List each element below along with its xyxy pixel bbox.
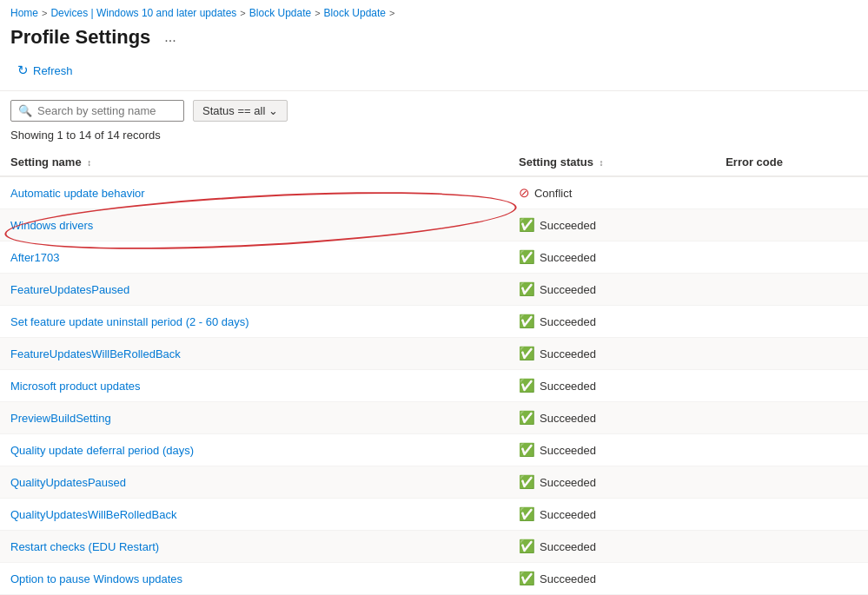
success-icon: ✅ [519, 281, 535, 297]
refresh-button[interactable]: ↻ Refresh [10, 59, 80, 82]
setting-name-link[interactable]: PreviewBuildSetting [10, 412, 111, 425]
breadcrumb-sep-3: > [315, 8, 320, 18]
col-setting-name[interactable]: Setting name ↕ [0, 149, 508, 176]
ellipsis-button[interactable]: ... [159, 28, 181, 47]
setting-status-cell: ⊘Conflict [508, 176, 715, 209]
setting-name-link[interactable]: FeatureUpdatesWillBeRolledBack [10, 347, 181, 360]
search-input[interactable] [37, 104, 176, 117]
setting-status-cell: ✅Succeeded [508, 499, 715, 531]
page-title: Profile Settings [10, 26, 150, 49]
success-icon: ✅ [519, 442, 535, 458]
success-icon: ✅ [519, 314, 535, 329]
success-icon: ✅ [519, 474, 535, 490]
status-text: Succeeded [540, 508, 596, 521]
setting-name-link[interactable]: FeatureUpdatesPaused [10, 283, 129, 296]
table-row: Restart checks (EDU Restart)✅Succeeded [0, 531, 868, 563]
table-row: Option to pause Windows updates✅Succeede… [0, 563, 868, 595]
error-code-cell [715, 402, 868, 434]
sort-icon-status: ↕ [600, 158, 604, 168]
status-text: Succeeded [540, 219, 596, 232]
setting-name-cell: QualityUpdatesWillBeRolledBack [0, 499, 508, 531]
error-code-cell [715, 466, 868, 499]
table-row: Windows drivers✅Succeeded [0, 209, 868, 241]
breadcrumb: Home > Devices | Windows 10 and later up… [0, 0, 868, 23]
settings-table: Setting name ↕ Setting status ↕ Error co… [0, 149, 868, 595]
setting-status-cell: ✅Succeeded [508, 434, 715, 466]
error-code-cell [715, 434, 868, 466]
setting-name-link[interactable]: Quality update deferral period (days) [10, 444, 194, 457]
col-setting-status[interactable]: Setting status ↕ [508, 149, 715, 176]
error-code-cell [715, 176, 868, 209]
breadcrumb-sep-2: > [240, 8, 245, 18]
error-code-cell [715, 499, 868, 531]
setting-name-cell: Option to pause Windows updates [0, 563, 508, 595]
table-row: Set feature update uninstall period (2 -… [0, 306, 868, 338]
status-filter[interactable]: Status == all ⌄ [193, 100, 288, 122]
table-header-row: Setting name ↕ Setting status ↕ Error co… [0, 149, 868, 176]
status-text: Succeeded [540, 540, 596, 553]
setting-name-link[interactable]: Microsoft product updates [10, 380, 141, 393]
success-icon: ✅ [519, 571, 535, 586]
status-text: Succeeded [540, 283, 596, 296]
error-code-cell [715, 338, 868, 370]
toolbar: ↻ Refresh [0, 54, 868, 91]
table-row: Automatic update behavior⊘Conflict [0, 176, 868, 209]
setting-name-cell: Windows drivers [0, 209, 508, 241]
error-code-cell [715, 563, 868, 595]
refresh-label: Refresh [33, 64, 73, 77]
setting-status-cell: ✅Succeeded [508, 466, 715, 499]
success-icon: ✅ [519, 249, 535, 265]
success-icon: ✅ [519, 217, 535, 233]
table-row: Microsoft product updates✅Succeeded [0, 370, 868, 402]
status-text: Succeeded [540, 572, 596, 585]
status-text: Succeeded [540, 251, 596, 264]
error-code-cell [715, 531, 868, 563]
status-filter-chevron-icon: ⌄ [268, 104, 278, 117]
status-text: Succeeded [540, 444, 596, 457]
setting-status-cell: ✅Succeeded [508, 241, 715, 274]
success-icon: ✅ [519, 378, 535, 393]
setting-name-link[interactable]: Windows drivers [10, 219, 93, 232]
table-row: QualityUpdatesWillBeRolledBack✅Succeeded [0, 499, 868, 531]
header-row: Profile Settings ... [0, 23, 868, 54]
success-icon: ✅ [519, 506, 535, 522]
refresh-icon: ↻ [17, 63, 29, 78]
status-text: Succeeded [540, 347, 596, 360]
setting-status-cell: ✅Succeeded [508, 306, 715, 338]
breadcrumb-block-update-2[interactable]: Block Update [324, 7, 386, 19]
setting-status-cell: ✅Succeeded [508, 370, 715, 402]
breadcrumb-sep-4: > [389, 8, 394, 18]
setting-name-link[interactable]: Set feature update uninstall period (2 -… [10, 315, 249, 328]
status-text: Succeeded [540, 476, 596, 489]
breadcrumb-sep-1: > [42, 8, 47, 18]
setting-status-cell: ✅Succeeded [508, 338, 715, 370]
setting-status-cell: ✅Succeeded [508, 402, 715, 434]
setting-status-cell: ✅Succeeded [508, 209, 715, 241]
record-count: Showing 1 to 14 of 14 records [0, 127, 868, 149]
setting-name-link[interactable]: Automatic update behavior [10, 187, 145, 200]
table-row: Quality update deferral period (days)✅Su… [0, 434, 868, 466]
error-code-cell [715, 370, 868, 402]
table-row: FeatureUpdatesWillBeRolledBack✅Succeeded [0, 338, 868, 370]
setting-name-cell: PreviewBuildSetting [0, 402, 508, 434]
search-box[interactable]: 🔍 [10, 100, 184, 122]
success-icon: ✅ [519, 539, 535, 554]
status-text: Succeeded [540, 315, 596, 328]
search-icon: 🔍 [18, 104, 32, 117]
breadcrumb-devices[interactable]: Devices | Windows 10 and later updates [50, 7, 236, 19]
setting-name-link[interactable]: QualityUpdatesPaused [10, 476, 126, 489]
conflict-icon: ⊘ [519, 185, 530, 201]
setting-name-link[interactable]: Restart checks (EDU Restart) [10, 540, 159, 553]
sort-icon-name: ↕ [87, 158, 91, 168]
success-icon: ✅ [519, 410, 535, 426]
setting-name-cell: QualityUpdatesPaused [0, 466, 508, 499]
status-text: Conflict [534, 187, 572, 200]
error-code-cell [715, 306, 868, 338]
setting-name-link[interactable]: Option to pause Windows updates [10, 572, 182, 585]
setting-status-cell: ✅Succeeded [508, 563, 715, 595]
error-code-cell [715, 241, 868, 274]
breadcrumb-home[interactable]: Home [10, 7, 38, 19]
setting-name-link[interactable]: After1703 [10, 251, 59, 264]
breadcrumb-block-update-1[interactable]: Block Update [249, 7, 311, 19]
setting-name-link[interactable]: QualityUpdatesWillBeRolledBack [10, 508, 176, 521]
